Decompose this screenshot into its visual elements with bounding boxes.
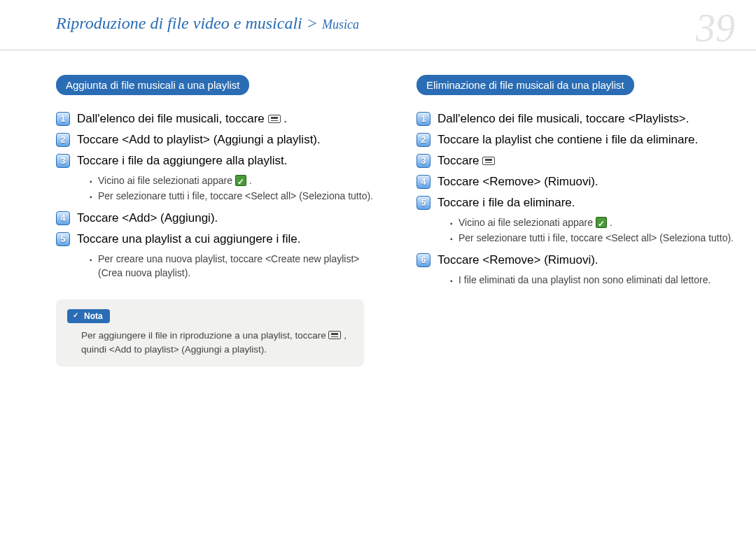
sub-item: Vicino ai file selezionati appare . xyxy=(450,215,735,229)
step-1-left: 1 Dall'elenco dei file musicali, toccare… xyxy=(56,111,374,127)
sub-item: Per selezionare tutti i file, toccare <S… xyxy=(90,189,374,203)
right-column: Eliminazione di file musicali da una pla… xyxy=(416,75,735,367)
step-2-right: 2 Toccare la playlist che contiene i fil… xyxy=(416,132,735,148)
note-badge: Nota xyxy=(67,309,110,323)
step-text: Toccare <Add to playlist> (Aggiungi a pl… xyxy=(77,132,321,148)
step-text: Toccare <Remove> (Rimuovi). xyxy=(438,173,598,190)
step-4-right: 4 Toccare <Remove> (Rimuovi). xyxy=(416,173,735,190)
content-area: Aggiunta di file musicali a una playlist… xyxy=(0,50,756,367)
step-number: 4 xyxy=(416,175,430,189)
step-number: 5 xyxy=(416,196,430,210)
breadcrumb: Riproduzione di file video e musicali > … xyxy=(56,14,359,32)
note-icon xyxy=(71,311,81,321)
breadcrumb-main: Riproduzione di file video e musicali > xyxy=(56,14,322,32)
page-number: 39 xyxy=(696,6,735,50)
step-text: Toccare <Remove> (Rimuovi). xyxy=(438,252,598,269)
sub-list: I file eliminati da una playlist non son… xyxy=(450,273,735,287)
sub-item: Per creare una nuova playlist, toccare <… xyxy=(90,252,374,280)
step-2-left: 2 Toccare <Add to playlist> (Aggiungi a … xyxy=(56,132,374,148)
step-number: 6 xyxy=(416,253,430,267)
step-number: 1 xyxy=(416,112,430,126)
note-text: Per aggiungere il file in riproduzione a… xyxy=(67,329,353,357)
menu-icon xyxy=(482,157,495,165)
sub-list: Per creare una nuova playlist, toccare <… xyxy=(90,252,374,280)
menu-icon xyxy=(268,115,281,123)
step-4-left: 4 Toccare <Add> (Aggiungi). xyxy=(56,210,374,227)
sub-list: Vicino ai file selezionati appare . Per … xyxy=(450,215,735,245)
step-number: 3 xyxy=(56,154,70,168)
page-header: Riproduzione di file video e musicali > … xyxy=(0,0,756,50)
step-number: 2 xyxy=(56,133,70,147)
note-box: Nota Per aggiungere il file in riproduzi… xyxy=(56,299,364,367)
step-text: Toccare <Add> (Aggiungi). xyxy=(77,210,218,227)
left-column: Aggiunta di file musicali a una playlist… xyxy=(56,75,374,367)
step-number: 5 xyxy=(56,232,70,246)
step-text: Toccare la playlist che contiene i file … xyxy=(438,132,698,148)
section-title-left: Aggiunta di file musicali a una playlist xyxy=(56,75,249,95)
step-number: 3 xyxy=(416,154,430,168)
check-icon xyxy=(596,217,607,228)
step-5-left: 5 Toccare una playlist a cui aggiungere … xyxy=(56,231,374,248)
step-number: 1 xyxy=(56,112,70,126)
step-text: Toccare i file da eliminare. xyxy=(438,194,575,211)
step-number: 2 xyxy=(416,133,430,147)
step-text: Toccare xyxy=(438,152,495,169)
step-3-right: 3 Toccare xyxy=(416,152,735,169)
note-label: Nota xyxy=(84,311,103,321)
step-number: 4 xyxy=(56,211,70,225)
step-text: Toccare i file da aggiungere alla playli… xyxy=(77,152,288,169)
sub-item: I file eliminati da una playlist non son… xyxy=(450,273,735,287)
step-text: Dall'elenco dei file musicali, toccare . xyxy=(77,111,287,127)
breadcrumb-sub: Musica xyxy=(322,17,359,31)
sub-item: Per selezionare tutti i file, toccare <S… xyxy=(450,231,735,245)
check-icon xyxy=(235,175,246,186)
sub-list: Vicino ai file selezionati appare . Per … xyxy=(90,173,374,203)
menu-icon xyxy=(328,331,341,339)
step-text: Dall'elenco dei file musicali, toccare <… xyxy=(438,111,689,127)
sub-item: Vicino ai file selezionati appare . xyxy=(90,173,374,187)
step-text: Toccare una playlist a cui aggiungere i … xyxy=(77,231,300,248)
step-3-left: 3 Toccare i file da aggiungere alla play… xyxy=(56,152,374,169)
step-1-right: 1 Dall'elenco dei file musicali, toccare… xyxy=(416,111,735,127)
step-5-right: 5 Toccare i file da eliminare. xyxy=(416,194,735,211)
section-title-right: Eliminazione di file musicali da una pla… xyxy=(416,75,634,95)
step-6-right: 6 Toccare <Remove> (Rimuovi). xyxy=(416,252,735,269)
